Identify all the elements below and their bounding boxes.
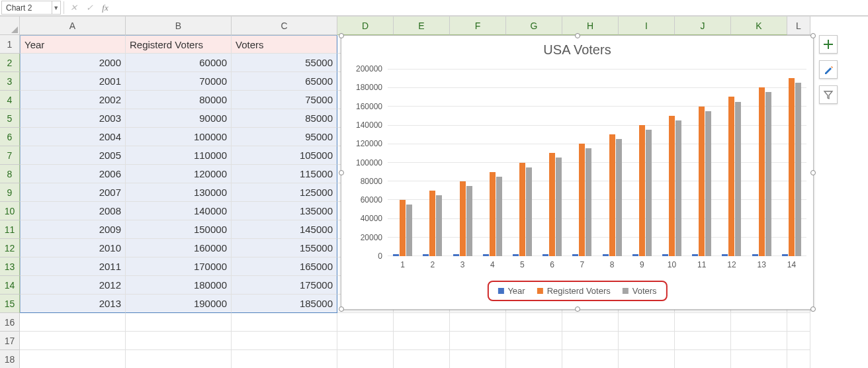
column-header[interactable]: B [126, 17, 232, 35]
chart-legend[interactable]: Year Registerd Voters Voters [487, 281, 667, 301]
cell[interactable] [337, 332, 394, 350]
cell[interactable] [731, 313, 787, 332]
cell[interactable]: 2009 [20, 220, 126, 239]
row-header[interactable]: 13 [0, 257, 20, 276]
cell[interactable]: 110000 [126, 146, 232, 165]
cell[interactable] [20, 350, 126, 368]
cell[interactable]: 75000 [232, 91, 337, 109]
name-box-input[interactable] [2, 3, 52, 13]
name-box-dropdown[interactable]: ▼ [52, 1, 60, 14]
cell[interactable] [506, 313, 562, 332]
cell[interactable] [232, 350, 337, 368]
row-header[interactable]: 15 [0, 295, 20, 313]
cell[interactable]: 2001 [20, 72, 126, 91]
cell[interactable] [337, 350, 394, 368]
cell[interactable]: 180000 [126, 276, 232, 295]
cell[interactable] [619, 313, 675, 332]
cell[interactable] [731, 350, 787, 368]
cell[interactable]: 2008 [20, 202, 126, 220]
cell[interactable] [562, 332, 619, 350]
cell[interactable] [562, 313, 619, 332]
cell[interactable] [675, 332, 731, 350]
cell[interactable] [562, 350, 619, 368]
cell[interactable]: 140000 [126, 202, 232, 220]
fx-icon[interactable]: fx [97, 0, 113, 15]
column-header[interactable]: L [787, 17, 810, 35]
formula-input[interactable] [113, 0, 868, 15]
cell[interactable]: 150000 [126, 220, 232, 239]
resize-handle[interactable] [810, 33, 816, 38]
row-header[interactable]: 5 [0, 109, 20, 128]
cell[interactable]: 60000 [126, 54, 232, 72]
cell[interactable]: 85000 [232, 109, 337, 128]
cell[interactable]: Registerd Voters [126, 35, 232, 54]
chart-elements-button[interactable] [819, 35, 838, 54]
cell[interactable]: 175000 [232, 276, 337, 295]
cell[interactable]: 135000 [232, 202, 337, 220]
cell[interactable] [619, 332, 675, 350]
cell[interactable]: 2012 [20, 276, 126, 295]
cell[interactable]: 100000 [126, 128, 232, 146]
row-header[interactable]: 1 [0, 35, 20, 54]
cell[interactable]: 2005 [20, 146, 126, 165]
column-header[interactable]: C [232, 17, 337, 35]
cell[interactable]: 80000 [126, 91, 232, 109]
cell[interactable] [232, 332, 337, 350]
cell[interactable] [20, 332, 126, 350]
cell[interactable] [450, 332, 506, 350]
select-all-corner[interactable] [0, 17, 20, 35]
resize-handle[interactable] [810, 170, 816, 175]
column-header[interactable]: F [450, 17, 506, 35]
cell[interactable]: 165000 [232, 257, 337, 276]
resize-handle[interactable] [575, 33, 580, 38]
cell[interactable] [126, 313, 232, 332]
column-header[interactable]: J [675, 17, 731, 35]
row-header[interactable]: 6 [0, 128, 20, 146]
cell[interactable] [232, 313, 337, 332]
chart-title[interactable]: USA Voters [341, 42, 813, 58]
cell[interactable]: 65000 [232, 72, 337, 91]
cell[interactable] [450, 350, 506, 368]
cell[interactable] [450, 313, 506, 332]
row-header[interactable]: 18 [0, 350, 20, 368]
cell[interactable]: 130000 [126, 183, 232, 202]
cell[interactable] [731, 332, 787, 350]
column-header[interactable]: D [337, 17, 394, 35]
chart-plot-area[interactable]: 0200004000060000800001000001200001400001… [351, 69, 806, 256]
row-header[interactable]: 12 [0, 239, 20, 257]
cell[interactable]: Year [20, 35, 126, 54]
cell[interactable] [675, 350, 731, 368]
row-header[interactable]: 7 [0, 146, 20, 165]
cell[interactable] [394, 332, 450, 350]
cell[interactable] [126, 332, 232, 350]
cell[interactable]: 190000 [126, 295, 232, 313]
resize-handle[interactable] [339, 170, 344, 175]
cell[interactable]: 185000 [232, 295, 337, 313]
chart-filter-button[interactable] [819, 85, 838, 104]
cell[interactable]: Voters [232, 35, 337, 54]
resize-handle[interactable] [575, 306, 580, 312]
cell[interactable]: 70000 [126, 72, 232, 91]
cell[interactable] [394, 350, 450, 368]
cell[interactable]: 2006 [20, 165, 126, 183]
column-header[interactable]: G [506, 17, 562, 35]
cell[interactable]: 2013 [20, 295, 126, 313]
cell[interactable] [337, 313, 394, 332]
cell[interactable]: 2002 [20, 91, 126, 109]
cell[interactable]: 2004 [20, 128, 126, 146]
row-header[interactable]: 14 [0, 276, 20, 295]
cell[interactable]: 2007 [20, 183, 126, 202]
row-header[interactable]: 2 [0, 54, 20, 72]
name-box[interactable]: ▼ [1, 1, 61, 15]
cell[interactable] [506, 332, 562, 350]
row-header[interactable]: 9 [0, 183, 20, 202]
cell[interactable]: 2003 [20, 109, 126, 128]
cell[interactable]: 155000 [232, 239, 337, 257]
row-header[interactable]: 8 [0, 165, 20, 183]
chart-styles-button[interactable] [819, 60, 838, 79]
cell[interactable] [787, 332, 810, 350]
column-header[interactable]: K [731, 17, 787, 35]
chart-object[interactable]: USA Voters 02000040000600008000010000012… [341, 35, 814, 310]
column-header[interactable]: I [619, 17, 675, 35]
column-header[interactable]: E [394, 17, 450, 35]
